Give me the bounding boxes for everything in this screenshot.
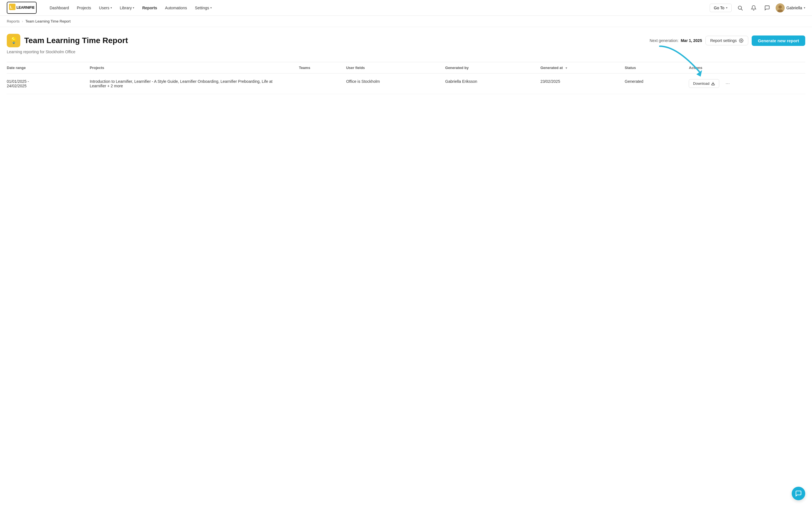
cell-status: Generated bbox=[620, 73, 684, 94]
more-options-button[interactable]: ··· bbox=[723, 79, 732, 88]
svg-line-4 bbox=[741, 9, 743, 10]
goto-button[interactable]: Go To ▾ bbox=[710, 4, 732, 12]
nav-dashboard[interactable]: Dashboard bbox=[46, 0, 73, 16]
cell-generated-at: 23/02/2025 bbox=[536, 73, 620, 94]
avatar bbox=[776, 3, 784, 12]
actions-cell: Download ··· bbox=[689, 79, 801, 88]
col-user-fields: User fields bbox=[342, 62, 441, 73]
notifications-button[interactable] bbox=[749, 3, 759, 13]
next-generation-label: Next generation: Mar 1, 2025 bbox=[650, 38, 702, 43]
logo[interactable]: L LEARNIFIER bbox=[7, 2, 37, 14]
breadcrumb-separator: › bbox=[22, 19, 23, 23]
reports-table: Date range Projects Teams User fields Ge… bbox=[7, 62, 805, 94]
report-header: 💡 Team Learning Time Report Next generat… bbox=[7, 34, 805, 47]
svg-text:LEARNIFIER: LEARNIFIER bbox=[16, 5, 35, 10]
table-body: 01/01/2025 - 24/02/2025 Introduction to … bbox=[7, 73, 805, 94]
col-date-range: Date range bbox=[7, 62, 85, 73]
generate-report-button[interactable]: Generate new report bbox=[752, 36, 805, 46]
svg-point-6 bbox=[778, 5, 782, 9]
report-settings-button[interactable]: Report settings bbox=[705, 36, 748, 45]
breadcrumb-reports-link[interactable]: Reports bbox=[7, 19, 20, 23]
library-chevron-icon: ▾ bbox=[133, 6, 134, 9]
nav-library[interactable]: Library ▾ bbox=[116, 0, 139, 16]
table-row: 01/01/2025 - 24/02/2025 Introduction to … bbox=[7, 73, 805, 94]
download-icon bbox=[711, 82, 715, 86]
col-status: Status bbox=[620, 62, 684, 73]
col-generated-by: Generated by bbox=[441, 62, 536, 73]
table-header-row: Date range Projects Teams User fields Ge… bbox=[7, 62, 805, 73]
user-menu[interactable]: Gabriella ▾ bbox=[776, 3, 805, 12]
cell-user-fields: Office is Stockholm bbox=[342, 73, 441, 94]
nav-automations[interactable]: Automations bbox=[161, 0, 191, 16]
download-button[interactable]: Download bbox=[689, 79, 719, 88]
col-actions: Actions bbox=[684, 62, 805, 73]
goto-chevron-icon: ▾ bbox=[726, 6, 727, 9]
gear-icon bbox=[739, 38, 744, 43]
report-icon: 💡 bbox=[7, 34, 20, 47]
sort-icon: ▼ bbox=[565, 66, 568, 69]
col-projects: Projects bbox=[85, 62, 294, 73]
logo-text: L LEARNIFIER bbox=[7, 2, 37, 14]
table-header: Date range Projects Teams User fields Ge… bbox=[7, 62, 805, 73]
report-header-actions: Next generation: Mar 1, 2025 Report sett… bbox=[650, 36, 805, 46]
search-button[interactable] bbox=[735, 3, 745, 13]
report-subtitle: Learning reporting for Stockholm Office bbox=[7, 50, 805, 54]
user-chevron-icon: ▾ bbox=[804, 6, 805, 9]
nav-settings[interactable]: Settings ▾ bbox=[191, 0, 216, 16]
cell-projects: Introduction to Learnifier, Learnifier -… bbox=[85, 73, 294, 94]
nav-right: Go To ▾ Gabrie bbox=[710, 3, 805, 13]
nav-users[interactable]: Users ▾ bbox=[95, 0, 116, 16]
nav-reports[interactable]: Reports bbox=[138, 0, 161, 16]
col-generated-at[interactable]: Generated at ▼ bbox=[536, 62, 620, 73]
col-teams: Teams bbox=[294, 62, 342, 73]
breadcrumb: Reports › Team Learning Time Report bbox=[0, 16, 812, 27]
settings-chevron-icon: ▾ bbox=[210, 6, 212, 9]
nav-projects[interactable]: Projects bbox=[73, 0, 95, 16]
users-chevron-icon: ▾ bbox=[110, 6, 112, 9]
table-container: Date range Projects Teams User fields Ge… bbox=[7, 62, 805, 94]
cell-generated-by: Gabriella Eriksson bbox=[441, 73, 536, 94]
cell-date-range: 01/01/2025 - 24/02/2025 bbox=[7, 73, 85, 94]
svg-text:L: L bbox=[10, 5, 12, 9]
cell-teams bbox=[294, 73, 342, 94]
main-content: 💡 Team Learning Time Report Next generat… bbox=[0, 27, 812, 94]
report-title-section: 💡 Team Learning Time Report bbox=[7, 34, 128, 47]
cell-actions: Download ··· bbox=[684, 73, 805, 94]
nav-links: Dashboard Projects Users ▾ Library ▾ Rep… bbox=[46, 0, 710, 16]
svg-point-9 bbox=[741, 40, 742, 41]
breadcrumb-current: Team Learning Time Report bbox=[26, 19, 70, 23]
page-title: Team Learning Time Report bbox=[24, 36, 128, 45]
messages-button[interactable] bbox=[762, 3, 772, 13]
navbar: L LEARNIFIER Dashboard Projects Users ▾ … bbox=[0, 0, 812, 16]
